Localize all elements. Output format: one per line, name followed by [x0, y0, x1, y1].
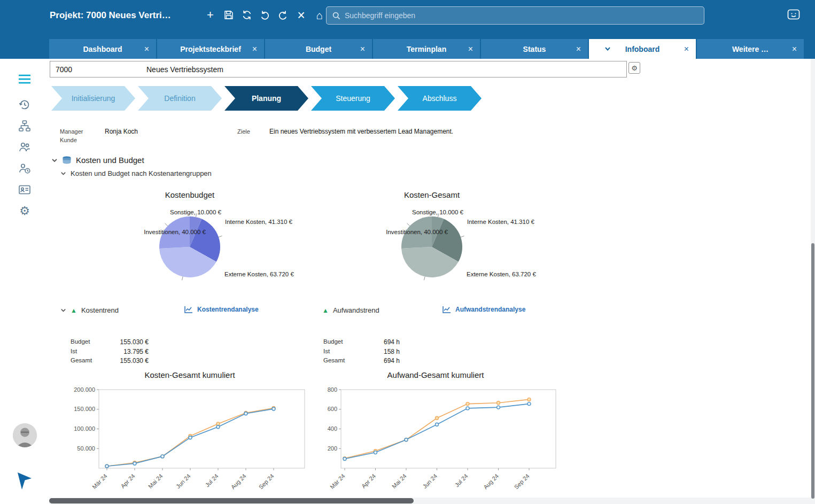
people-icon [18, 141, 31, 153]
svg-text:Jun 24: Jun 24 [175, 472, 192, 490]
tab-close-icon[interactable]: × [360, 44, 365, 54]
data-point[interactable] [497, 406, 500, 409]
chevron-down-icon[interactable] [51, 157, 58, 164]
planning-button[interactable] [17, 161, 33, 176]
tab-close-icon[interactable]: × [792, 44, 797, 54]
feedback-button[interactable] [787, 8, 801, 24]
person-schedule-icon [18, 162, 31, 175]
home-icon: ⌂ [316, 10, 323, 21]
tab-bar: Dashboard×Projektsteckbrief×Budget×Termi… [0, 39, 815, 59]
tab-weitere[interactable]: Weitere …× [697, 39, 804, 59]
tab-projektsteckbrief[interactable]: Projektsteckbrief× [157, 39, 264, 59]
data-point[interactable] [216, 422, 220, 425]
redo-button[interactable] [275, 6, 291, 24]
resources-button[interactable] [17, 139, 33, 154]
field-settings-button[interactable]: ⚙ [628, 62, 640, 74]
phase-planung[interactable]: Planung [224, 86, 308, 111]
svg-text:150.000: 150.000 [74, 406, 95, 412]
data-point[interactable] [466, 402, 469, 406]
line-chart-aufwand: 200400600800Mär 24Apr 24Mai 24Jun 24Jul … [310, 382, 564, 504]
data-point[interactable] [272, 407, 275, 410]
stat-row: Gesamt155.030 € [71, 357, 149, 367]
data-point[interactable] [436, 423, 439, 426]
menu-button[interactable] [17, 72, 33, 87]
tab-dashboard[interactable]: Dashboard× [49, 39, 156, 59]
project-number[interactable]: 7000 [50, 65, 142, 74]
aufwandstrendanalyse-link[interactable]: Aufwandstrendanalyse [455, 306, 525, 313]
data-point[interactable] [161, 455, 164, 458]
tab-label: Weitere … [732, 45, 769, 53]
id-card-icon [18, 183, 31, 196]
tab-close-icon[interactable]: × [684, 44, 689, 54]
subsection-title: Kosten und Budget nach Kostenartengruppe… [71, 169, 212, 177]
gear-icon: ⚙ [631, 64, 638, 72]
tab-status[interactable]: Status× [481, 39, 588, 59]
contacts-button[interactable] [17, 182, 33, 197]
sync-button[interactable] [238, 6, 255, 24]
close-button[interactable]: × [293, 6, 309, 24]
global-search[interactable] [326, 6, 704, 25]
data-point[interactable] [374, 451, 377, 454]
data-point[interactable] [216, 425, 220, 429]
tab-close-icon[interactable]: × [468, 44, 473, 54]
tab-label: Budget [306, 45, 331, 53]
tab-close-icon[interactable]: × [252, 44, 257, 54]
data-point[interactable] [405, 438, 408, 441]
data-point[interactable] [527, 398, 531, 401]
tab-close-icon[interactable]: × [144, 44, 149, 54]
data-point[interactable] [343, 458, 346, 461]
phase-initialisierung[interactable]: Initialisierung [51, 86, 135, 111]
phase-definition[interactable]: Definition [138, 86, 222, 111]
data-point[interactable] [105, 464, 108, 468]
save-button[interactable] [220, 6, 237, 24]
home-button[interactable]: ⌂ [311, 6, 328, 24]
line-title-aufwand: Aufwand-Gesamt kumuliert [313, 370, 558, 379]
aufwandstrend-label: Aufwandstrend [333, 306, 379, 314]
data-point[interactable] [436, 416, 439, 420]
gear-icon: ⚙ [19, 205, 30, 217]
tab-budget[interactable]: Budget× [265, 39, 372, 59]
svg-text:200.000: 200.000 [74, 386, 95, 393]
stat-row: Ist158 h [323, 348, 400, 358]
undo-button[interactable] [257, 6, 273, 24]
tab-terminplan[interactable]: Terminplan× [373, 39, 480, 59]
app-logo [17, 472, 33, 491]
line-title-kosten: Kosten-Gesamt kumuliert [67, 370, 313, 379]
tab-label: Terminplan [407, 45, 446, 53]
data-point[interactable] [189, 436, 192, 439]
data-point[interactable] [466, 407, 469, 410]
project-title-field[interactable]: 7000 Neues Vertriebssystem [50, 61, 627, 77]
app-window: Projekt: 7000 Neues Vertri… + × ⌂ [0, 0, 815, 504]
kostentrend-label: Kostentrend [81, 306, 119, 314]
phase-steuerung[interactable]: Steuerung [311, 86, 395, 111]
data-point[interactable] [133, 462, 136, 465]
redo-icon [277, 10, 289, 21]
pie-label: Sonstige, 10.000 € [170, 209, 222, 215]
tab-close-icon[interactable]: × [576, 44, 581, 54]
feedback-chat-icon [787, 8, 801, 22]
horizontal-scrollbar-thumb[interactable] [49, 498, 414, 503]
chevron-down-icon[interactable] [604, 45, 611, 54]
data-point[interactable] [497, 401, 500, 405]
data-point[interactable] [527, 402, 531, 406]
svg-text:Sep 24: Sep 24 [513, 472, 531, 490]
vertical-scrollbar-thumb[interactable] [811, 243, 814, 499]
pie-title-kosten-gesamt: Kosten-Gesamt [309, 190, 555, 199]
manager-label: Manager [60, 128, 83, 135]
projects-button[interactable] [17, 119, 33, 134]
save-icon [223, 10, 234, 20]
tab-infoboard[interactable]: Infoboard× [589, 39, 696, 59]
data-point[interactable] [244, 412, 247, 415]
pie-title-kostenbudget: Kostenbudget [67, 190, 313, 199]
pie-label: Sonstige, 10.000 € [412, 209, 464, 215]
phase-abschluss[interactable]: Abschluss [398, 86, 482, 111]
search-input[interactable] [345, 11, 698, 20]
user-avatar[interactable] [13, 423, 37, 447]
settings-button[interactable]: ⚙ [17, 204, 33, 219]
chevron-down-icon[interactable] [60, 307, 66, 313]
chevron-down-icon[interactable] [60, 170, 66, 176]
history-button[interactable] [17, 97, 33, 112]
add-button[interactable]: + [202, 6, 219, 24]
project-name[interactable]: Neues Vertriebssystem [142, 65, 223, 74]
kostentrendanalyse-link[interactable]: Kostentrendanalyse [197, 306, 259, 313]
